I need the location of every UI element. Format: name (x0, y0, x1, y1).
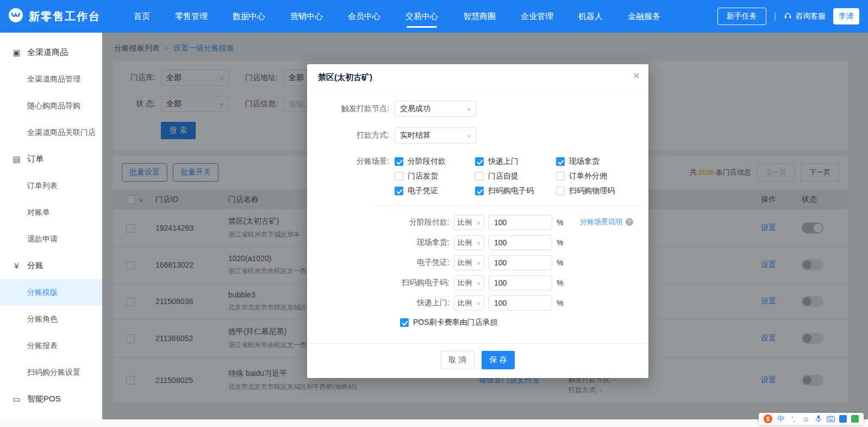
payment-method-label: 打款方式: (307, 131, 395, 140)
nav-item-7[interactable]: 企业管理 (508, 0, 566, 33)
sidebar-item[interactable]: 分账角色 (0, 306, 102, 332)
scene-checkbox-item[interactable]: 分阶段付款 (395, 157, 475, 166)
layout-blue-icon[interactable] (839, 415, 847, 423)
checkbox-icon[interactable] (475, 157, 484, 166)
ratio-mode-select[interactable]: 比例∨ (454, 215, 484, 230)
checkbox-icon[interactable] (395, 172, 403, 181)
checkbox-icon[interactable] (475, 172, 484, 181)
cancel-button[interactable]: 取 消 (441, 351, 474, 369)
ime-toolbar: S中’,☺ (759, 413, 864, 425)
payment-method-select[interactable]: 实时结算 ∨ (395, 127, 476, 144)
scene-item-label: 门店发货 (408, 171, 438, 181)
order-icon: ▤ (12, 154, 21, 164)
sogou-logo-icon[interactable]: S (764, 414, 772, 423)
scene-checkbox-item[interactable]: 门店发货 (395, 171, 475, 181)
select-value: 实时结算 (400, 131, 430, 140)
scene-checkbox-item[interactable]: 订单外分佣 (556, 171, 643, 181)
ratio-value-input[interactable] (489, 295, 552, 311)
sidebar-group[interactable]: ▭智能POS (0, 386, 102, 412)
sidebar-item[interactable]: 对账单 (0, 199, 102, 226)
sidebar-item[interactable]: 扫码购分账设置 (0, 359, 102, 386)
ratio-value-input[interactable] (489, 275, 552, 290)
sidebar-item[interactable]: 订单列表 (0, 172, 102, 199)
close-icon[interactable]: × (633, 70, 640, 81)
sidebar-item[interactable]: 全渠道商品关联门店 (0, 119, 102, 146)
layout-green-icon[interactable] (851, 415, 859, 423)
scene-item-label: 扫码购物理码 (569, 186, 615, 196)
scene-checkbox-item[interactable]: 门店自提 (475, 171, 556, 181)
ratio-value-input[interactable] (489, 255, 552, 270)
nav-item-9[interactable]: 金融服务 (615, 0, 673, 33)
mic-icon[interactable] (814, 414, 822, 423)
scene-grid: 分阶段付款快递上门现场拿货门店发货门店自提订单外分佣电子凭证扫码购电子码扫码购物… (395, 157, 643, 196)
checkbox-icon[interactable] (556, 187, 565, 195)
ratio-mode-select[interactable]: 比例∨ (454, 295, 484, 311)
sidebar-item[interactable]: 退款申请 (0, 226, 102, 252)
nav-item-5[interactable]: 交易中心 (393, 0, 451, 33)
scene-help-link[interactable]: 分账场景说明 (580, 217, 622, 227)
app-logo[interactable]: 新零售工作台 (0, 7, 101, 26)
nav-item-6[interactable]: 智慧商圈 (451, 0, 508, 33)
sidebar-item[interactable]: 分账报表 (0, 332, 102, 359)
checkbox-icon[interactable] (395, 187, 403, 195)
chevron-down-icon: ∨ (466, 133, 471, 139)
ratio-row: 电子凭证:比例∨% (307, 255, 648, 270)
ratio-row: 分阶段付款:比例∨%分账场景说明? (307, 215, 648, 230)
sidebar-group-label: 智能POS (27, 394, 61, 404)
support-link[interactable]: 咨询客服 (784, 11, 826, 21)
select-value: 比例 (458, 298, 472, 308)
pos-fee-checkbox-row[interactable]: POS刷卡费率由门店承担 (400, 318, 648, 327)
keyboard-icon[interactable] (827, 414, 835, 423)
checkbox-icon[interactable] (395, 157, 403, 166)
user-badge[interactable]: 李涛 (833, 8, 859, 24)
checkbox-icon[interactable] (475, 187, 484, 195)
scene-item-label: 扫码购电子码 (488, 186, 534, 196)
checkbox-icon[interactable] (400, 318, 409, 327)
nav-item-3[interactable]: 营销中心 (278, 0, 335, 33)
checkbox-icon[interactable] (556, 157, 565, 166)
scene-checkbox-item[interactable]: 电子凭证 (395, 186, 475, 196)
ratio-value-input[interactable] (489, 215, 552, 230)
modal-title: 禁区(太初古矿) (318, 72, 372, 82)
save-button[interactable]: 保 存 (482, 351, 515, 369)
horizontal-scrollbar-track[interactable] (0, 419, 868, 427)
sidebar-group-label: 订单 (27, 154, 43, 164)
sidebar-group[interactable]: ▣全渠道商品 (0, 39, 102, 66)
chevron-down-icon: ∨ (476, 300, 481, 306)
sidebar-group[interactable]: ▤订单 (0, 146, 102, 172)
scene-checkbox-item[interactable]: 现场拿货 (556, 157, 643, 166)
ratio-value-input[interactable] (489, 235, 552, 250)
scene-checkbox-item[interactable]: 快递上门 (475, 157, 556, 166)
nav-item-0[interactable]: 首页 (121, 0, 163, 33)
ratio-mode-select[interactable]: 比例∨ (454, 275, 484, 290)
punctuation-icon[interactable]: ’, (789, 414, 797, 423)
trigger-node-label: 触发打款节点: (307, 104, 395, 114)
divider (375, 205, 641, 206)
trigger-node-select[interactable]: 交易成功 ∨ (395, 101, 476, 117)
ratio-row: 现场拿货:比例∨% (307, 235, 648, 250)
sidebar-group[interactable]: ¥分账 (0, 252, 102, 279)
nav-item-2[interactable]: 数据中心 (220, 0, 278, 33)
checkbox-icon[interactable] (556, 172, 565, 181)
nav-item-4[interactable]: 会员中心 (335, 0, 393, 33)
emoji-icon[interactable]: ☺ (802, 414, 810, 423)
sidebar-item[interactable]: 分账模版 (0, 279, 102, 306)
chevron-down-icon: ∨ (466, 106, 471, 112)
ratio-rows: 分阶段付款:比例∨%分账场景说明?现场拿货:比例∨%电子凭证:比例∨%扫码购电子… (307, 215, 648, 311)
scene-checkbox-item[interactable]: 扫码购电子码 (475, 186, 556, 196)
help-icon[interactable]: ? (626, 218, 633, 226)
chevron-down-icon: ∨ (476, 280, 481, 286)
topnav-items: 首页零售管理数据中心营销中心会员中心交易中心智慧商圈企业管理机器人金融服务 (121, 0, 673, 33)
newbie-task-button[interactable]: 新手任务 (717, 8, 766, 25)
sidebar-item[interactable]: 全渠道商品管理 (0, 66, 102, 92)
pos-icon: ▭ (12, 394, 21, 404)
nav-item-1[interactable]: 零售管理 (163, 0, 220, 33)
top-navbar: 新零售工作台 首页零售管理数据中心营销中心会员中心交易中心智慧商圈企业管理机器人… (0, 0, 868, 33)
sidebar-item[interactable]: 随心购商品导购 (0, 92, 102, 119)
select-value: 交易成功 (400, 104, 430, 114)
ratio-mode-select[interactable]: 比例∨ (454, 235, 484, 250)
nav-item-8[interactable]: 机器人 (566, 0, 615, 33)
scene-checkbox-item[interactable]: 扫码购物理码 (556, 186, 643, 196)
chinese-mode-icon[interactable]: 中 (777, 414, 785, 423)
ratio-mode-select[interactable]: 比例∨ (454, 255, 484, 270)
